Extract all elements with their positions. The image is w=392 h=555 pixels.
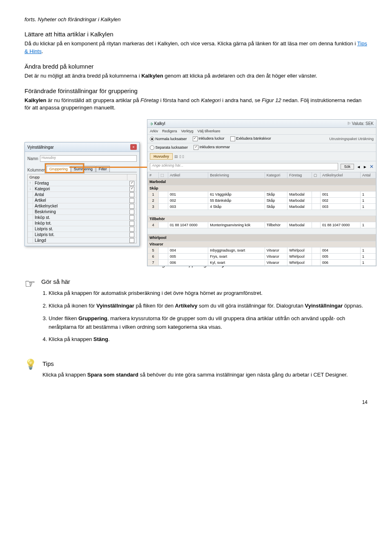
radio-normala[interactable] — [150, 137, 154, 141]
checkbox[interactable] — [129, 227, 134, 232]
page-header: forts. Nyheter och förändringar i Kalkyl… — [24, 16, 368, 22]
kalkyl-table: #⬚ArtikelBeskrivningKategoriFöretag▢Arti… — [147, 172, 376, 266]
pointing-hand-icon: ☞ — [24, 276, 36, 291]
checkbox[interactable] — [129, 187, 134, 192]
checkbox[interactable] — [129, 215, 134, 220]
namn-label: Namn — [27, 156, 38, 161]
checkbox[interactable] — [129, 221, 134, 226]
menu-arkiv[interactable]: Arkiv — [150, 129, 158, 133]
valuta-label: ⚐ Valuta: SEK — [347, 121, 374, 126]
kol-label: Kolumner — [27, 168, 45, 172]
search-input[interactable]: Ange sökning här... — [150, 163, 338, 170]
list-item: Under fliken Gruppering, markera kryssru… — [49, 314, 368, 332]
section3-title: Förändrade förinställningar för grupperi… — [24, 87, 368, 94]
section1-title: Lättare att hitta artiklar i Kalkylen — [24, 31, 368, 38]
table-row[interactable]: 100161 VäggskåpSkåpMarbodal0011 — [148, 192, 376, 198]
checkbox[interactable] — [129, 232, 134, 237]
checkbox[interactable] — [129, 181, 134, 186]
menu-verktyg[interactable]: Verktyg — [181, 129, 194, 133]
list-item: Klicka på knappen Stäng. — [49, 335, 368, 344]
right-links[interactable]: Utrustningspaket Uträkning — [329, 137, 374, 141]
instructions-list: Klicka på knappen för automatisk prisber… — [49, 289, 368, 344]
page-number: 14 — [24, 399, 368, 405]
close-icon[interactable]: × — [130, 144, 137, 150]
arrow-down-icon[interactable]: ↓ — [28, 186, 33, 192]
lightbulb-icon: 💡 — [24, 359, 37, 385]
table-row[interactable]: 30034 SkåpSkåpMarbodal0031 — [148, 204, 376, 210]
tab-huvudvy[interactable]: Huvudvy — [150, 153, 173, 160]
gor-title: Gör så här — [41, 278, 368, 285]
callout-arrow — [69, 167, 159, 168]
section2-text: Det är nu möjligt att ändra bredd på kol… — [24, 72, 368, 80]
table-row[interactable]: 200255 BänkskåpSkåpMarbodal0021 — [148, 198, 376, 204]
section3-text: Kalkylen är nu förinställd att gruppera … — [24, 97, 368, 112]
section1-text: Då du klickar på en komponent på ritytan… — [24, 40, 368, 56]
list-item: Klicka på ikonen för Vyinställningar på … — [49, 302, 368, 310]
checkbox[interactable] — [129, 210, 134, 214]
radio-separata[interactable] — [150, 145, 154, 150]
vy-dialog: Vyinställningar × Namn Huvudvy Kolumner … — [24, 142, 140, 246]
chk-exkl[interactable] — [230, 136, 235, 141]
chk-luckor[interactable] — [193, 136, 198, 141]
menu-tillverkare[interactable]: Välj tillverkare — [198, 129, 220, 133]
grupp-header: Grupp — [28, 174, 127, 180]
section2-title: Ändra bredd på kolumner — [24, 63, 368, 70]
tips-title: Tips — [42, 360, 368, 367]
table-row[interactable]: 5004Inbyggnadsugn, svartVitvarorWhirlpoo… — [148, 247, 376, 254]
search-next-icon[interactable]: ► — [363, 165, 367, 169]
chk-stommar[interactable] — [194, 145, 198, 150]
checkbox[interactable] — [129, 238, 134, 243]
figure-12: Vyinställningar × Namn Huvudvy Kolumner … — [24, 119, 368, 254]
table-row[interactable]: 401 88 1047 0000Monteringsanvisning kökT… — [148, 222, 376, 228]
highlight-rect — [45, 163, 84, 173]
tips-text: Klicka på knappen Spara som standard så … — [42, 371, 368, 379]
kalkyl-title: ⬗ Kalkyl — [150, 121, 165, 126]
checkbox[interactable] — [129, 204, 134, 209]
search-button[interactable]: Sök — [341, 164, 354, 169]
vy-title-text: Vyinställningar — [27, 145, 54, 149]
menu-redigera[interactable]: Redigera — [162, 129, 177, 133]
table-row[interactable]: 7006Kyl, svartVitvarorWhirlpool0061 — [148, 260, 376, 266]
menu-bar: Arkiv Redigera Verktyg Välj tillverkare — [147, 128, 376, 135]
kalkyl-window: ⬗ Kalkyl ⚐ Valuta: SEK Arkiv Redigera Ve… — [147, 119, 376, 266]
list-item: Klicka på knappen för automatisk prisber… — [49, 289, 368, 298]
checkbox[interactable] — [129, 192, 134, 197]
table-row[interactable]: 6005Frys, svartVitvarorWhirlpool0051 — [148, 254, 376, 260]
namn-input[interactable]: Huvudvy — [40, 155, 137, 162]
search-prev-icon[interactable]: ◄ — [356, 165, 361, 169]
search-clear-icon[interactable]: ✕ — [370, 164, 374, 169]
checkbox[interactable] — [129, 198, 134, 203]
tab-tools-icon[interactable]: ▤ ▯ ▯ — [174, 154, 184, 158]
arrow-up-icon[interactable]: ↑ — [28, 181, 33, 186]
